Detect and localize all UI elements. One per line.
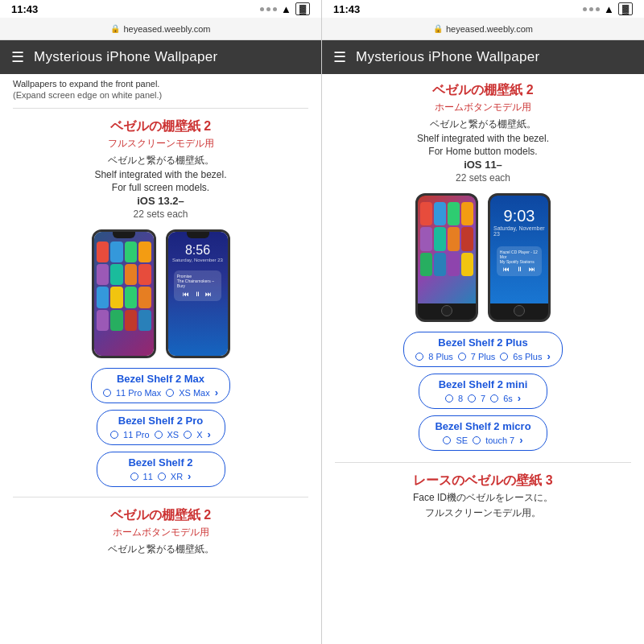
app-icon bbox=[125, 242, 138, 262]
left-pane: 11:43 ▲ ▓ 🔒 heyeased.weebly.com ☰ Myster… bbox=[0, 0, 322, 644]
bezel-shelf-micro-touch-button[interactable]: Bezel Shelf 2 micro SE touch 7 › bbox=[419, 415, 547, 451]
radio-7plus bbox=[458, 353, 466, 361]
right-play-icon: ⏸ bbox=[516, 266, 522, 273]
play-icon: ⏸ bbox=[194, 291, 200, 298]
right-lock-date: Saturday, November 23 bbox=[493, 225, 545, 237]
right-content-area: ベゼルの棚壁紙 2 ホームボタンモデル用 ベゼルと繋がる棚壁紙。 Shelf i… bbox=[322, 74, 644, 644]
radio-xs bbox=[155, 431, 163, 439]
opt-8: 8 bbox=[458, 394, 463, 403]
app-icon bbox=[138, 264, 151, 285]
right-lock-time: 9:03 bbox=[504, 207, 535, 225]
left-status-bar: 11:43 ▲ ▓ bbox=[0, 0, 321, 18]
notch2 bbox=[187, 232, 209, 238]
app-icon bbox=[420, 227, 432, 250]
left-status-icons: ▲ ▓ bbox=[260, 2, 310, 15]
app-icon bbox=[97, 264, 109, 285]
radio-6s bbox=[490, 394, 498, 402]
right-phones-row: 9:03 Saturday, November 23 Hazel CD Play… bbox=[335, 193, 631, 322]
app-icon bbox=[97, 242, 109, 262]
home-button-right bbox=[514, 305, 525, 316]
lock-date: Saturday, November 23 bbox=[172, 258, 223, 262]
left-nav-title: Mysterious iPhone Wallpaper bbox=[34, 49, 218, 65]
right-nav-bar: ☰ Mysterious iPhone Wallpaper bbox=[322, 40, 644, 74]
lock-time: 8:56 bbox=[185, 243, 210, 258]
btn-plus-title: Bezel Shelf 2 Plus bbox=[438, 336, 527, 349]
radio-8 bbox=[445, 394, 453, 402]
radio-6splus bbox=[500, 353, 508, 361]
right-section2-title-jp: レースのベゼルの壁紙 3 bbox=[335, 473, 631, 489]
right-signal-dots bbox=[583, 7, 600, 11]
arrow-max: › bbox=[215, 386, 218, 398]
left-section1-desc-en2: For full screen models. bbox=[13, 182, 308, 193]
right-address-bar[interactable]: 🔒 heyeased.weebly.com bbox=[322, 18, 644, 40]
right-phone-home-screen bbox=[415, 193, 478, 322]
wifi-icon: ▲ bbox=[281, 3, 291, 15]
opt-xr: XR bbox=[171, 472, 183, 481]
opt-11: 11 bbox=[143, 472, 153, 481]
left-time: 11:43 bbox=[11, 3, 38, 15]
right-section1-desc-en2: For Home button models. bbox=[335, 146, 631, 157]
app-icon bbox=[97, 287, 109, 308]
bezel-shelf-2-plus-button[interactable]: Bezel Shelf 2 Plus 8 Plus 7 Plus 6s Plus… bbox=[403, 332, 563, 367]
btn-base-title: Bezel Shelf 2 bbox=[128, 456, 192, 469]
left-tagline: Wallpapers to expand the front panel. bbox=[13, 79, 308, 89]
right-divider bbox=[335, 462, 631, 463]
right-section2-desc-en: Face ID機のベゼルをレースに。 bbox=[335, 491, 631, 505]
app-icon bbox=[97, 310, 109, 331]
left-lock-icon: 🔒 bbox=[110, 24, 120, 33]
app-icon bbox=[110, 264, 123, 285]
app-icon bbox=[125, 264, 138, 285]
app-icon bbox=[448, 227, 460, 250]
left-phones-row: 8:56 Saturday, November 23 PromiseThe Ch… bbox=[13, 229, 308, 358]
radio-11-pro bbox=[110, 431, 118, 439]
app-icon bbox=[420, 253, 432, 276]
right-battery-icon: ▓ bbox=[618, 2, 633, 15]
right-hamburger-icon[interactable]: ☰ bbox=[333, 48, 346, 66]
player-controls: ⏮ ⏸ ⏭ bbox=[177, 291, 218, 298]
left-section2-subtitle: ホームボタンモデル用 bbox=[13, 526, 308, 539]
opt-6s: 6s bbox=[503, 394, 513, 403]
right-section1-title-jp: ベゼルの棚壁紙 2 bbox=[335, 82, 631, 99]
right-nav-title: Mysterious iPhone Wallpaper bbox=[356, 49, 540, 65]
right-lock-card-text: Hazel CD Player - 12 MorMy Spotify Stati… bbox=[500, 250, 539, 264]
bezel-shelf-2-button[interactable]: Bezel Shelf 2 11 XR › bbox=[97, 452, 225, 487]
arrow-pro: › bbox=[208, 428, 211, 440]
bezel-shelf-2-max-button[interactable]: Bezel Shelf 2 Max 11 Pro Max XS Max › bbox=[91, 368, 230, 403]
left-hamburger-icon[interactable]: ☰ bbox=[11, 48, 24, 66]
app-icon bbox=[448, 202, 460, 225]
dot1 bbox=[260, 7, 264, 11]
arrow-micro: › bbox=[519, 434, 522, 446]
opt-xs: XS bbox=[167, 430, 180, 440]
left-phone-screen-apps bbox=[94, 232, 154, 356]
app-icon bbox=[434, 227, 446, 250]
left-address-bar[interactable]: 🔒 heyeased.weebly.com bbox=[0, 18, 321, 40]
radio-7 bbox=[468, 394, 476, 402]
radio-8plus bbox=[415, 353, 423, 361]
left-divider bbox=[13, 108, 308, 109]
app-icon bbox=[110, 242, 123, 262]
left-buttons-section: Bezel Shelf 2 Max 11 Pro Max XS Max › Be… bbox=[13, 368, 308, 487]
battery-icon: ▓ bbox=[295, 2, 310, 15]
radio-11-pro-max bbox=[103, 389, 111, 397]
arrow-mini: › bbox=[518, 392, 521, 404]
left-subtitle: (Expand screen edge on white panel.) bbox=[13, 90, 308, 100]
right-phone-apps bbox=[418, 196, 476, 303]
btn-base-options: 11 XR › bbox=[130, 470, 192, 482]
app-icon bbox=[420, 202, 432, 225]
btn-max-options: 11 Pro Max XS Max › bbox=[103, 386, 218, 398]
rdot1 bbox=[583, 7, 587, 11]
app-icon bbox=[461, 202, 473, 225]
btn-pro-options: 11 Pro XS X › bbox=[110, 428, 211, 440]
right-player-controls: ⏮ ⏸ ⏭ bbox=[500, 266, 539, 273]
left-section2-title-jp: ベゼルの棚壁紙 2 bbox=[13, 507, 308, 524]
right-url: heyeased.weebly.com bbox=[446, 24, 533, 34]
right-lock-icon: 🔒 bbox=[433, 24, 443, 33]
bezel-shelf-2-mini-button[interactable]: Bezel Shelf 2 mini 8 7 6s › bbox=[419, 374, 547, 409]
right-section1-desc-en: Shelf integrated with the bezel. bbox=[335, 133, 631, 144]
bezel-shelf-2-pro-button[interactable]: Bezel Shelf 2 Pro 11 Pro XS X › bbox=[97, 410, 225, 445]
app-icon bbox=[434, 253, 446, 276]
left-section1-desc-jp: ベゼルと繋がる棚壁紙。 bbox=[13, 154, 308, 167]
app-icon bbox=[125, 287, 138, 308]
left-lock-screen: 8:56 Saturday, November 23 PromiseThe Ch… bbox=[168, 232, 228, 356]
notch bbox=[113, 232, 135, 238]
